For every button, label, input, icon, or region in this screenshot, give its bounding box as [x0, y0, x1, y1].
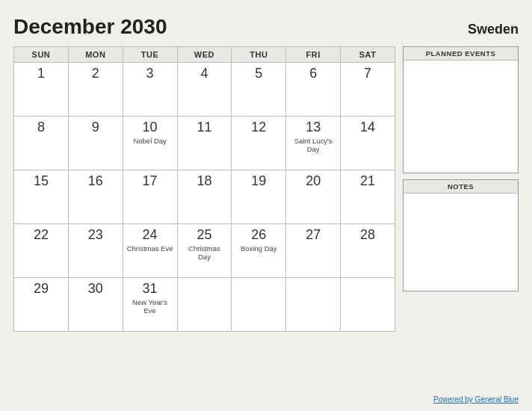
- calendar-cell: 11: [177, 117, 232, 170]
- calendar-cell: 6: [286, 63, 341, 117]
- dow-header: WED: [177, 47, 232, 63]
- calendar-cell: 22: [14, 224, 69, 278]
- dow-header: SUN: [14, 47, 69, 63]
- cell-inner: 20: [290, 173, 336, 189]
- day-number: 21: [360, 173, 375, 189]
- day-number: 23: [88, 227, 103, 243]
- cell-inner: 22: [18, 227, 64, 243]
- cell-inner: 13Saint Lucy's Day: [290, 120, 336, 154]
- day-number: 24: [143, 227, 158, 243]
- calendar-week-row: 222324Christmas Eve25Christmas Day26Boxi…: [14, 224, 395, 278]
- country-title: Sweden: [468, 22, 519, 37]
- dow-header: SAT: [341, 47, 395, 63]
- cell-inner: 19: [235, 173, 282, 189]
- footer: Powered by General Blue: [13, 395, 519, 404]
- event-name: Saint Lucy's Day: [290, 137, 336, 154]
- day-number: 12: [251, 120, 266, 135]
- calendar-section: SUNMONTUEWEDTHUFRISAT 12345678910Nobel D…: [13, 46, 395, 392]
- calendar-cell: [341, 278, 395, 332]
- day-number: 9: [92, 120, 99, 135]
- day-number: 15: [34, 173, 49, 189]
- calendar-cell: 18: [177, 170, 232, 224]
- cell-inner: 2: [72, 66, 119, 81]
- cell-inner: 21: [344, 173, 391, 189]
- cell-inner: 1: [18, 66, 64, 81]
- calendar-cell: [286, 278, 341, 332]
- cell-inner: 15: [18, 173, 64, 189]
- cell-inner: 5: [235, 66, 282, 81]
- calendar-cell: 5: [232, 63, 286, 117]
- calendar-cell: 21: [341, 170, 395, 224]
- day-number: 7: [364, 66, 371, 81]
- notes-box: NOTES: [403, 179, 519, 291]
- event-name: Boxing Day: [241, 244, 277, 253]
- cell-inner: 8: [18, 120, 64, 135]
- day-number: 20: [306, 173, 321, 189]
- calendar-table: SUNMONTUEWEDTHUFRISAT 12345678910Nobel D…: [13, 46, 395, 332]
- dow-header: TUE: [123, 47, 177, 63]
- day-number: 10: [143, 120, 158, 135]
- calendar-week-row: 8910Nobel Day111213Saint Lucy's Day14: [14, 117, 395, 170]
- cell-inner: 7: [344, 66, 391, 81]
- day-number: 14: [360, 120, 375, 135]
- calendar-week-row: 15161718192021: [14, 170, 395, 224]
- calendar-cell: 17: [123, 170, 177, 224]
- cell-inner: 17: [127, 173, 173, 189]
- calendar-cell: 9: [68, 117, 123, 170]
- day-number: 18: [197, 173, 211, 189]
- calendar-cell: 23: [68, 224, 123, 278]
- cell-inner: 3: [127, 66, 173, 81]
- dow-header: FRI: [286, 47, 341, 63]
- cell-inner: 27: [290, 227, 336, 243]
- day-number: 28: [360, 227, 375, 243]
- calendar-cell: [177, 278, 232, 332]
- month-title: December 2030: [13, 15, 167, 39]
- planned-events-content: [403, 61, 518, 173]
- calendar-cell: 14: [341, 117, 395, 170]
- powered-by-link[interactable]: Powered by General Blue: [433, 395, 519, 404]
- day-number: 22: [34, 227, 49, 243]
- day-number: 31: [143, 281, 158, 297]
- cell-inner: 29: [18, 281, 64, 297]
- calendar-cell: 28: [341, 224, 395, 278]
- day-number: 3: [146, 66, 154, 81]
- calendar-cell: 10Nobel Day: [123, 117, 177, 170]
- calendar-cell: 26Boxing Day: [232, 224, 286, 278]
- calendar-cell: 24Christmas Eve: [123, 224, 177, 278]
- dow-header: MON: [68, 47, 123, 63]
- cell-inner: 26Boxing Day: [235, 227, 282, 253]
- planned-events-title: PLANNED EVENTS: [403, 47, 518, 61]
- calendar-cell: 12: [232, 117, 286, 170]
- cell-inner: 16: [72, 173, 119, 189]
- planned-events-box: PLANNED EVENTS: [403, 46, 519, 173]
- calendar-cell: 2: [68, 63, 123, 117]
- day-number: 17: [143, 173, 158, 189]
- day-number: 13: [306, 120, 321, 135]
- day-number: 29: [34, 281, 49, 297]
- day-number: 8: [37, 120, 45, 135]
- cell-inner: 11: [182, 120, 228, 135]
- calendar-cell: 1: [14, 63, 69, 117]
- calendar-cell: 15: [14, 170, 69, 224]
- cell-inner: 24Christmas Eve: [127, 227, 173, 253]
- day-number: 25: [197, 227, 211, 243]
- calendar-cell: 20: [286, 170, 341, 224]
- cell-inner: 31New Year's Eve: [127, 281, 173, 315]
- day-number: 19: [251, 173, 266, 189]
- cell-inner: 12: [235, 120, 282, 135]
- calendar-cell: 27: [286, 224, 341, 278]
- calendar-cell: 3: [123, 63, 177, 117]
- event-name: Nobel Day: [133, 137, 166, 145]
- calendar-cell: 29: [14, 278, 69, 332]
- main-content: SUNMONTUEWEDTHUFRISAT 12345678910Nobel D…: [13, 46, 519, 392]
- cell-inner: 30: [72, 281, 119, 297]
- calendar-cell: 4: [177, 63, 232, 117]
- sidebar: PLANNED EVENTS NOTES: [403, 46, 519, 392]
- dow-header: THU: [232, 47, 286, 63]
- day-number: 6: [309, 66, 317, 81]
- day-number: 16: [88, 173, 103, 189]
- calendar-week-row: 1234567: [14, 63, 395, 117]
- calendar-cell: 30: [68, 278, 123, 332]
- cell-inner: 18: [182, 173, 228, 189]
- event-name: Christmas Eve: [127, 244, 173, 253]
